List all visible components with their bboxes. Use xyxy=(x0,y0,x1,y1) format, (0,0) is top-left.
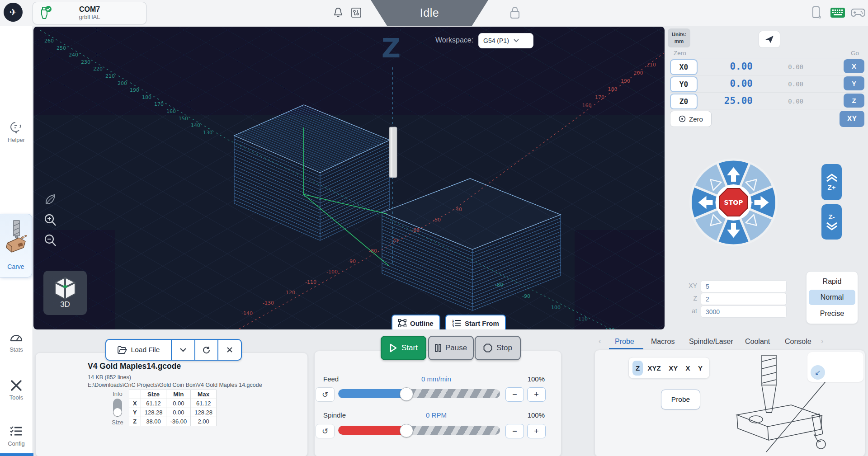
keyboard-shortcuts-icon[interactable] xyxy=(830,6,846,19)
sidebar-item-helper[interactable]: Helper xyxy=(0,121,33,143)
feed-decrease-button[interactable]: − xyxy=(505,387,524,402)
view-mode-3d-button[interactable]: 3D xyxy=(43,271,87,315)
spindle-decrease-button[interactable]: − xyxy=(505,424,524,438)
feedrate-input[interactable]: 3000 xyxy=(701,306,787,318)
jog-z-minus-button[interactable]: Z- xyxy=(821,204,842,240)
tab-console[interactable]: Console xyxy=(785,338,811,346)
pause-job-button[interactable]: Pause xyxy=(428,336,474,360)
collapse-corner-button[interactable]: ↙ xyxy=(811,365,825,380)
probe-axis-z[interactable]: Z xyxy=(632,361,643,376)
gamepad-icon[interactable] xyxy=(850,6,866,19)
probe-button[interactable]: Probe xyxy=(661,390,700,409)
app-logo-globe-icon[interactable]: ✈ xyxy=(4,3,23,22)
axis-tick-label: 180 xyxy=(142,94,151,100)
notifications-bell-icon[interactable] xyxy=(331,6,345,19)
jog-z-plus-button[interactable]: Z+ xyxy=(821,164,842,200)
svg-text:3: 3 xyxy=(452,324,454,327)
feed-value: 0 mm/min xyxy=(393,375,479,383)
tab-spindle-laser[interactable]: Spindle/Laser xyxy=(689,338,733,346)
stop-job-button[interactable]: Stop xyxy=(475,336,521,360)
usb-connected-icon xyxy=(38,5,52,23)
toggle-size-label: Size xyxy=(108,419,127,426)
zero-x-button[interactable]: X0 xyxy=(670,59,698,75)
spindle-override-slider[interactable] xyxy=(338,426,500,435)
reload-file-button[interactable] xyxy=(195,340,218,360)
feed-reset-button[interactable]: ↺ xyxy=(316,387,335,402)
speed-option-precise[interactable]: Precise xyxy=(809,306,855,321)
load-file-button[interactable]: Load File xyxy=(106,340,171,360)
sidebar-item-carve[interactable]: Carve xyxy=(0,214,32,277)
units-value: mm xyxy=(668,38,690,45)
app-window: ✈ COM7 grblHAL Idle xyxy=(0,0,868,456)
config-checklist-icon xyxy=(9,432,24,440)
file-dimensions-table: Size Min Max X 61.12 0.00 61.12 Y 128.28… xyxy=(129,390,217,426)
xy-step-input[interactable]: 5 xyxy=(701,280,787,292)
spindle-reset-button[interactable]: ↺ xyxy=(316,424,335,438)
close-file-button[interactable] xyxy=(218,340,241,360)
probe-axis-x[interactable]: X xyxy=(683,361,693,376)
sidebar-item-tools[interactable]: Tools xyxy=(0,379,33,401)
view-mode-label: 3D xyxy=(60,300,70,309)
recent-files-dropdown-button[interactable] xyxy=(172,340,194,360)
speed-option-normal[interactable]: Normal xyxy=(809,290,855,305)
tab-coolant[interactable]: Coolant xyxy=(745,338,770,346)
zoom-out-icon[interactable] xyxy=(43,233,57,249)
lock-icon[interactable] xyxy=(507,5,523,21)
toolpath-wireframe xyxy=(234,176,390,213)
start-job-button[interactable]: Start xyxy=(381,336,426,360)
go-x-button[interactable]: X xyxy=(844,59,864,73)
spindle-slider-fill xyxy=(338,426,406,435)
zero-z-button[interactable]: Z0 xyxy=(670,94,698,109)
sidebar-item-stats[interactable]: Stats xyxy=(0,331,33,353)
tab-macros[interactable]: Macros xyxy=(651,338,675,346)
connection-button[interactable]: COM7 grblHAL xyxy=(33,2,146,24)
feed-increase-button[interactable]: + xyxy=(527,387,546,402)
gcode-3d-viewport[interactable]: 210200190180170160-40-50-60-70-80-90-100… xyxy=(33,27,665,329)
zero-all-button[interactable]: Zero xyxy=(670,111,712,127)
probe-axis-xy[interactable]: XY xyxy=(665,361,681,376)
probe-axis-xyz[interactable]: XYZ xyxy=(645,361,664,376)
axis-tick-label: 260 xyxy=(44,38,54,44)
workspace-label: Workspace: xyxy=(435,36,473,44)
workspace-select[interactable]: G54 (P1) xyxy=(478,33,533,48)
axis-tick-label: -90 xyxy=(348,259,356,264)
spindle-slider-handle[interactable] xyxy=(400,424,413,437)
go-xy-button[interactable]: XY xyxy=(840,111,864,127)
axis-tick-label: 240 xyxy=(69,52,78,58)
goto-location-button[interactable] xyxy=(759,31,780,48)
divider xyxy=(670,58,864,58)
info-size-toggle[interactable] xyxy=(113,399,122,417)
spindle-increase-button[interactable]: + xyxy=(527,424,546,438)
feed-slider-handle[interactable] xyxy=(400,387,413,401)
at-label: at xyxy=(678,307,697,315)
start-from-button[interactable]: 123 Start From xyxy=(445,315,506,329)
z-step-input[interactable]: 2 xyxy=(701,293,787,305)
feed-override-slider[interactable] xyxy=(338,389,500,398)
zoom-in-icon[interactable] xyxy=(43,213,57,229)
units-badge: Units: mm xyxy=(668,28,690,47)
tabs-scroll-left-icon[interactable]: ‹ xyxy=(599,337,601,345)
tabs-scroll-right-icon[interactable]: › xyxy=(821,337,823,345)
units-label: Units: xyxy=(668,31,690,38)
file-name: V4 Gold Maples14.gcode xyxy=(88,362,181,371)
probe-axis-y[interactable]: Y xyxy=(695,361,706,376)
outline-button[interactable]: Outline xyxy=(392,315,440,329)
z-work-position: 25.00 xyxy=(698,95,753,106)
leaf-lightweight-mode-icon[interactable] xyxy=(43,193,57,208)
speed-option-rapid[interactable]: Rapid xyxy=(809,274,855,289)
machine-status-text: Idle xyxy=(420,6,439,19)
sidebar-item-config[interactable]: Config xyxy=(0,425,33,447)
firmware-board-icon[interactable] xyxy=(349,6,363,19)
zero-y-button[interactable]: Y0 xyxy=(670,76,698,92)
play-icon xyxy=(389,343,397,353)
y-work-position: 0.00 xyxy=(698,78,753,89)
tab-probe[interactable]: Probe xyxy=(615,338,634,346)
axis-tick-label: 170 xyxy=(595,94,604,100)
mobile-remote-icon[interactable] xyxy=(809,5,824,20)
go-y-button[interactable]: Y xyxy=(844,76,864,90)
toolpath-canvas: 210200190180170160-40-50-60-70-80-90-100… xyxy=(33,27,665,329)
axis-tick-label: 130 xyxy=(203,130,212,136)
col-min: Min xyxy=(166,390,191,399)
go-z-button[interactable]: Z xyxy=(844,94,864,108)
file-path: E:\Downloads\CnC Projects\Gold Coin Box\… xyxy=(88,382,262,388)
